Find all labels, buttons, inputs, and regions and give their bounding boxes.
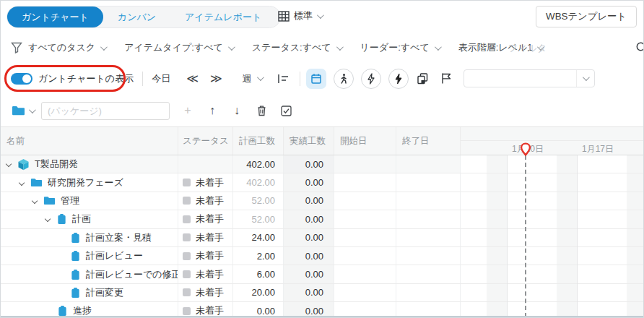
- status-label: 未着手: [196, 194, 224, 207]
- filter-search-input[interactable]: [508, 43, 635, 53]
- lightning-outline-icon[interactable]: [361, 69, 381, 89]
- gantt-app-panel: ガントチャート カンバン アイテムレポート 標準 WBSテンプレート すべてのタ…: [0, 0, 644, 318]
- expand-chevron-icon[interactable]: [45, 216, 51, 222]
- clipboard-icon: [70, 287, 81, 298]
- wbs-template-button[interactable]: WBSテンプレート: [536, 6, 637, 27]
- chevron-down-icon: [317, 12, 324, 19]
- status-chip: [183, 288, 191, 296]
- tab-gantt-chart[interactable]: ガントチャート: [7, 7, 103, 27]
- chevron-down-icon: [228, 43, 235, 51]
- status-chip: [183, 270, 191, 278]
- gantt-option-combobox[interactable]: [464, 69, 595, 87]
- end-date-cell: [396, 210, 461, 228]
- planned-hours-value: 6.00: [233, 265, 284, 283]
- scroll-left-button[interactable]: ≪: [186, 72, 199, 85]
- end-date-cell: [396, 265, 461, 283]
- item-type-filter-label: アイテムタイプ:すべて: [124, 41, 223, 54]
- table-row[interactable]: 計画立案・見積 未着手 24.00 0.00: [1, 229, 461, 247]
- status-label: 未着手: [196, 268, 224, 281]
- planned-hours-value: 24.00: [233, 229, 284, 246]
- package-name-input[interactable]: [41, 102, 170, 120]
- actual-hours-value: 0.00: [284, 247, 334, 265]
- flag-icon[interactable]: [436, 69, 456, 89]
- today-line: [525, 155, 526, 317]
- clipboard-icon: [57, 305, 68, 317]
- walking-person-icon[interactable]: [334, 69, 354, 89]
- column-header-status[interactable]: ステータス: [178, 127, 233, 155]
- gantt-timeline-pane[interactable]: 1月10日 1月17日: [461, 126, 643, 317]
- copy-icon[interactable]: [413, 69, 433, 89]
- chevron-down-icon: [336, 43, 344, 51]
- leader-filter-label: リーダー:すべて: [360, 41, 430, 54]
- planned-hours-value: 2.00: [233, 247, 284, 265]
- outline-levels-icon[interactable]: [274, 69, 294, 89]
- start-date-cell: [334, 192, 396, 210]
- week-gridline: [577, 141, 578, 317]
- task-name: 計画レビューでの修正: [86, 268, 178, 281]
- lightning-filled-icon[interactable]: [388, 69, 409, 89]
- status-filter-dropdown[interactable]: ステータス:すべて: [252, 41, 341, 54]
- column-header-start-date[interactable]: 開始日: [334, 127, 396, 155]
- horizontal-scrollbar[interactable]: [1, 316, 643, 317]
- expand-chevron-icon[interactable]: [19, 179, 25, 185]
- item-type-filter-dropdown[interactable]: アイテムタイプ:すべて: [124, 41, 233, 54]
- delete-icon[interactable]: [249, 105, 274, 116]
- task-filter-dropdown[interactable]: すべてのタスク: [28, 41, 105, 54]
- checkbox-select-icon[interactable]: [274, 106, 298, 116]
- calendar-icon[interactable]: [306, 69, 326, 89]
- gantt-header-month-row: [461, 127, 643, 141]
- end-date-cell: [396, 192, 461, 210]
- end-date-cell: [396, 247, 461, 265]
- end-date-cell: [396, 155, 461, 173]
- task-name: T製品開発: [35, 158, 78, 171]
- tab-item-report[interactable]: アイテムレポート: [170, 7, 276, 27]
- move-up-button[interactable]: ↑: [200, 104, 225, 117]
- table-grid-icon: [278, 11, 290, 22]
- status-chip: [183, 179, 191, 186]
- time-scale-dropdown[interactable]: 週: [243, 72, 262, 85]
- project-cube-icon: [17, 158, 30, 171]
- table-row[interactable]: 研究開発フェーズ 未着手 402.00 0.00: [1, 173, 461, 192]
- expand-chevron-icon[interactable]: [6, 161, 12, 167]
- package-folder-dropdown[interactable]: [12, 105, 34, 116]
- status-chip: [183, 307, 191, 315]
- chevron-down-icon: [100, 43, 108, 51]
- column-header-name[interactable]: 名前: [1, 127, 178, 155]
- today-pin-icon[interactable]: [520, 142, 531, 156]
- tab-kanban[interactable]: カンバン: [103, 7, 170, 27]
- scroll-right-button[interactable]: ≫: [210, 72, 222, 85]
- chevron-down-icon: [29, 106, 36, 113]
- leader-filter-dropdown[interactable]: リーダー:すべて: [360, 41, 440, 54]
- add-item-button[interactable]: +: [175, 104, 200, 117]
- table-row[interactable]: 計画レビューでの修正 未着手 6.00 0.00: [1, 265, 461, 283]
- search-icon[interactable]: [635, 41, 644, 54]
- today-button[interactable]: 今日: [152, 72, 170, 85]
- table-row[interactable]: 管理 未着手 52.00 0.00: [1, 192, 461, 210]
- status-filter-label: ステータス:すべて: [252, 41, 331, 54]
- task-table: 名前 ステータス 計画工数 実績工数 開始日 終了日 T製品開発 402.00 …: [1, 126, 461, 317]
- column-header-planned-hours[interactable]: 計画工数: [233, 127, 284, 155]
- table-row[interactable]: 計画 未着手 52.00 0.00: [1, 210, 461, 228]
- table-row[interactable]: 計画変更 未着手 20.00 0.00: [1, 284, 461, 302]
- status-chip: [183, 215, 191, 223]
- column-header-end-date[interactable]: 終了日: [396, 127, 461, 155]
- expand-chevron-icon[interactable]: [32, 198, 38, 204]
- task-name: 計画: [72, 212, 91, 225]
- end-date-cell: [396, 229, 461, 246]
- gantt-display-toggle[interactable]: [11, 73, 32, 85]
- move-down-button[interactable]: ↓: [225, 104, 249, 117]
- table-row[interactable]: T製品開発 402.00 0.00: [1, 155, 461, 173]
- planned-hours-value: 52.00: [233, 210, 284, 228]
- top-bar: ガントチャート カンバン アイテムレポート 標準 WBSテンプレート: [1, 1, 643, 33]
- gantt-toolbar: ガントチャートの表示 今日 ≪ ≫ 週: [1, 62, 643, 95]
- package-bar: + ↑ ↓: [1, 95, 643, 126]
- actual-hours-value: 0.00: [284, 155, 334, 173]
- clipboard-icon: [56, 213, 67, 225]
- start-date-cell: [334, 210, 396, 228]
- start-date-cell: [334, 229, 396, 246]
- task-name: 研究開発フェーズ: [48, 176, 123, 189]
- view-preset-dropdown[interactable]: 標準: [278, 9, 322, 22]
- column-header-actual-hours[interactable]: 実績工数: [284, 127, 334, 155]
- clipboard-icon: [70, 250, 81, 262]
- table-row[interactable]: 計画レビュー 未着手 2.00 0.00: [1, 247, 461, 265]
